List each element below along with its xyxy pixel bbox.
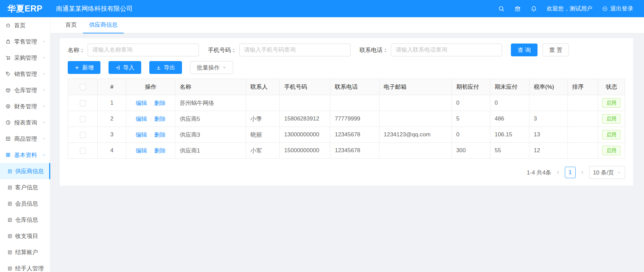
- sidebar-item[interactable]: 首页: [0, 17, 50, 33]
- bell-icon[interactable]: [530, 5, 537, 12]
- cell-mobile: 13000000000: [280, 127, 330, 143]
- sidebar-item[interactable]: 零售管理: [0, 33, 50, 50]
- status-cell: 启用: [598, 95, 625, 111]
- status-cell: 启用: [598, 111, 625, 127]
- table-row: 3编辑删除供应商3晓丽13000000000123456781234123@qq…: [68, 127, 625, 143]
- reset-button-label: 重 置: [549, 46, 562, 54]
- sidebar-subitem[interactable]: 结算账户: [0, 244, 50, 260]
- sidebar-subitem[interactable]: 供应商信息: [0, 163, 50, 179]
- sidebar-item-label: 仓库管理: [14, 86, 37, 94]
- select-all-checkbox[interactable]: [80, 84, 86, 90]
- sidebar-menu: 首页零售管理采购管理销售管理仓库管理财务管理报表查询商品管理基本资料: [0, 17, 50, 163]
- sidebar-item[interactable]: 商品管理: [0, 131, 50, 147]
- export-button[interactable]: 导出: [149, 61, 182, 74]
- tab-label: 供应商信息: [89, 22, 118, 28]
- export-icon: [156, 65, 161, 70]
- sidebar-item[interactable]: 销售管理: [0, 66, 50, 82]
- chevron-down-icon: [42, 120, 46, 125]
- cell-sort: [568, 111, 598, 127]
- delete-link[interactable]: 删除: [154, 132, 166, 138]
- prev-page-button[interactable]: [556, 170, 560, 175]
- table-row: 4编辑删除供应商1小军15000000000123456783005512启用: [68, 143, 625, 159]
- column-header: 电子邮箱: [379, 79, 452, 95]
- tab-0[interactable]: 首页: [59, 17, 83, 33]
- filter-group: 名称：: [68, 44, 199, 56]
- app-header: 华夏ERP 南通某某网络科技有限公司 欢迎您，测试用户 退出登录: [0, 0, 644, 17]
- sidebar-item[interactable]: 仓库管理: [0, 82, 50, 98]
- delete-link[interactable]: 删除: [154, 100, 166, 106]
- logout-button[interactable]: 退出登录: [602, 5, 633, 12]
- filter-input-2[interactable]: [391, 44, 502, 56]
- ops-cell: 编辑删除: [126, 95, 175, 111]
- cell-name: 供应商1: [175, 143, 246, 159]
- cell-mobile: [280, 95, 330, 111]
- sidebar: 首页零售管理采购管理销售管理仓库管理财务管理报表查询商品管理基本资料 供应商信息…: [0, 17, 51, 272]
- row-checkbox[interactable]: [80, 148, 86, 154]
- pagination-total: 1-4 共4条: [527, 169, 551, 176]
- cell-email: [379, 143, 452, 159]
- edit-link[interactable]: 编辑: [136, 147, 147, 154]
- filter-groups: 名称：手机号码：联系电话：: [68, 44, 502, 56]
- sidebar-subitem[interactable]: 会员信息: [0, 195, 50, 212]
- filter-group: 手机号码：: [208, 44, 350, 56]
- toolbar: 新增 导入 导出 批量操作: [68, 61, 625, 74]
- retail-icon: [5, 39, 11, 44]
- checkbox-cell: [68, 143, 98, 159]
- sidebar-subitem[interactable]: 经手人管理: [0, 260, 50, 272]
- row-checkbox[interactable]: [80, 116, 86, 122]
- status-badge: 启用: [602, 130, 620, 139]
- current-page[interactable]: 1: [565, 167, 576, 178]
- delete-link[interactable]: 删除: [154, 147, 166, 154]
- tab-1[interactable]: 供应商信息: [83, 17, 124, 33]
- sidebar-item[interactable]: 报表查询: [0, 114, 50, 131]
- report-icon: [5, 120, 11, 125]
- next-page-button[interactable]: [580, 170, 585, 175]
- cell-opening-payable: 5: [452, 111, 490, 127]
- edit-link[interactable]: 编辑: [136, 116, 147, 122]
- goods-icon: [5, 136, 11, 141]
- main-area: 首页供应商信息 名称：手机号码：联系电话： 查 询 重 置 新增 导入 导出: [51, 17, 644, 272]
- row-checkbox[interactable]: [80, 132, 86, 138]
- edit-link[interactable]: 编辑: [136, 100, 147, 106]
- add-button[interactable]: 新增: [68, 61, 100, 74]
- sidebar-item[interactable]: 财务管理: [0, 98, 50, 114]
- column-header: #: [98, 79, 126, 95]
- search-icon[interactable]: [498, 5, 505, 12]
- search-button[interactable]: 查 询: [511, 44, 538, 56]
- finance-icon: [5, 104, 11, 109]
- sidebar-subitem[interactable]: 客户信息: [0, 179, 50, 195]
- reset-button[interactable]: 重 置: [543, 44, 569, 56]
- sidebar-item[interactable]: 基本资料: [0, 147, 50, 163]
- edit-link[interactable]: 编辑: [136, 132, 147, 138]
- bank-icon[interactable]: [514, 5, 521, 12]
- cell-phone: 12345678: [330, 143, 379, 159]
- chevron-down-icon: [42, 39, 46, 44]
- row-checkbox[interactable]: [80, 100, 86, 106]
- sidebar-subitem[interactable]: 收支项目: [0, 228, 50, 244]
- chevron-down-icon: [42, 137, 46, 141]
- sidebar-item[interactable]: 采购管理: [0, 50, 50, 66]
- checkbox-cell: [68, 111, 98, 127]
- welcome-user[interactable]: 欢迎您，测试用户: [547, 5, 592, 12]
- filter-input-0[interactable]: [88, 44, 199, 56]
- filter-input-1[interactable]: [239, 44, 350, 56]
- chevron-down-icon: [42, 104, 46, 108]
- sidebar-item-label: 基本资料: [14, 151, 37, 159]
- column-header: 税率(%): [529, 79, 568, 95]
- cell-tax-rate: 3: [529, 111, 568, 127]
- batch-actions-button[interactable]: 批量操作: [190, 61, 233, 74]
- delete-link[interactable]: 删除: [154, 116, 166, 122]
- cell-sort: [568, 143, 598, 159]
- pagination: 1-4 共4条 1 10 条/页: [68, 166, 625, 179]
- column-header: 排序: [568, 79, 598, 95]
- cell-closing-payable: 0: [490, 95, 529, 111]
- link-divider: [151, 117, 151, 122]
- sidebar-subitem[interactable]: 仓库信息: [0, 212, 50, 228]
- import-button[interactable]: 导入: [109, 61, 141, 74]
- sidebar-item-label: 采购管理: [14, 54, 37, 62]
- cell-closing-payable: 106.15: [490, 127, 529, 143]
- checkbox-cell: [68, 127, 98, 143]
- ops-cell: 编辑删除: [126, 127, 175, 143]
- sidebar-subitem-label: 经手人管理: [15, 265, 44, 272]
- page-size-select[interactable]: 10 条/页: [589, 166, 625, 179]
